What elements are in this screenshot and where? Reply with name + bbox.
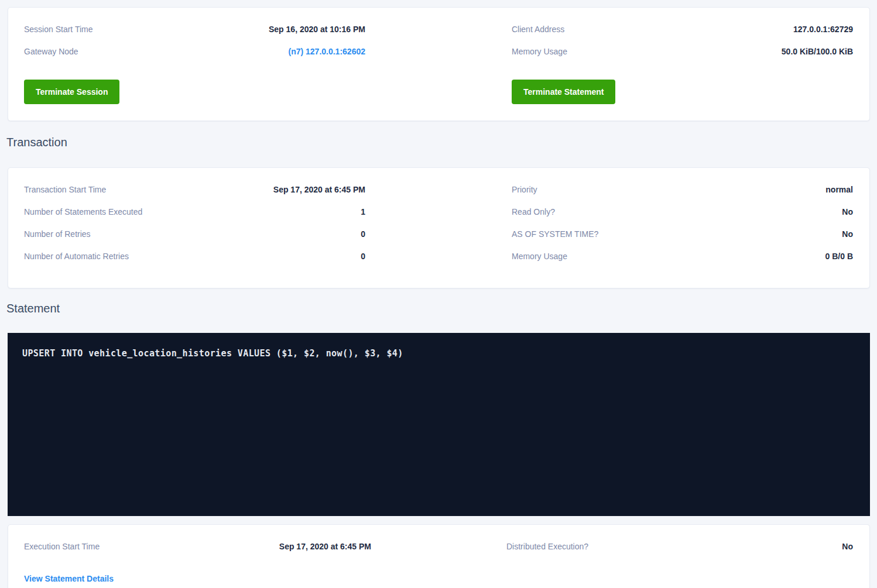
distributed-execution-value: No (842, 541, 853, 552)
execution-start-time-row: Execution Start Time Sep 17, 2020 at 6:4… (24, 541, 371, 552)
statement-sql-text: UPSERT INTO vehicle_location_histories V… (22, 348, 855, 359)
session-start-time-row: Session Start Time Sep 16, 2020 at 10:16… (24, 23, 365, 35)
terminate-statement-button[interactable]: Terminate Statement (512, 80, 615, 104)
retries-label: Number of Retries (24, 228, 91, 240)
retries-row: Number of Retries 0 (24, 228, 365, 240)
transaction-start-time-row: Transaction Start Time Sep 17, 2020 at 6… (24, 184, 365, 195)
read-only-value: No (842, 206, 853, 218)
gateway-node-row: Gateway Node (n7) 127.0.0.1:62602 (24, 46, 365, 57)
execution-card-right-column: Distributed Execution? No (506, 541, 853, 584)
as-of-system-time-row: AS OF SYSTEM TIME? No (512, 228, 853, 240)
retries-value: 0 (361, 228, 365, 240)
transaction-memory-usage-value: 0 B/0 B (825, 250, 853, 262)
execution-start-time-value: Sep 17, 2020 at 6:45 PM (279, 541, 371, 552)
transaction-start-time-value: Sep 17, 2020 at 6:45 PM (273, 184, 365, 195)
session-summary-card: Session Start Time Sep 16, 2020 at 10:16… (8, 7, 870, 121)
priority-label: Priority (512, 184, 537, 195)
as-of-system-time-value: No (842, 228, 853, 240)
session-memory-usage-row: Memory Usage 50.0 KiB/100.0 KiB (512, 46, 853, 57)
statement-sql-box: UPSERT INTO vehicle_location_histories V… (8, 333, 870, 516)
gateway-node-label: Gateway Node (24, 46, 78, 57)
session-memory-usage-value: 50.0 KiB/100.0 KiB (782, 46, 853, 57)
transaction-summary-card: Transaction Start Time Sep 17, 2020 at 6… (8, 167, 870, 288)
execution-summary-card: Execution Start Time Sep 17, 2020 at 6:4… (8, 524, 870, 588)
client-address-value: 127.0.0.1:62729 (793, 23, 853, 35)
client-address-row: Client Address 127.0.0.1:62729 (512, 23, 853, 35)
read-only-row: Read Only? No (512, 206, 853, 218)
as-of-system-time-label: AS OF SYSTEM TIME? (512, 228, 598, 240)
statement-section-heading: Statement (6, 300, 870, 317)
session-details-page: Session Start Time Sep 16, 2020 at 10:16… (0, 0, 877, 588)
gateway-node-link[interactable]: (n7) 127.0.0.1:62602 (288, 46, 365, 57)
terminate-session-button[interactable]: Terminate Session (24, 80, 119, 104)
statements-executed-label: Number of Statements Executed (24, 206, 142, 218)
automatic-retries-row: Number of Automatic Retries 0 (24, 250, 365, 262)
statements-executed-row: Number of Statements Executed 1 (24, 206, 365, 218)
priority-value: normal (825, 184, 853, 195)
session-card-grid: Session Start Time Sep 16, 2020 at 10:16… (8, 8, 869, 121)
view-statement-details-link[interactable]: View Statement Details (24, 573, 114, 584)
execution-start-time-label: Execution Start Time (24, 541, 100, 552)
transaction-card-right-column: Priority normal Read Only? No AS OF SYST… (512, 184, 853, 262)
session-start-time-label: Session Start Time (24, 23, 93, 35)
transaction-memory-usage-label: Memory Usage (512, 250, 567, 262)
distributed-execution-label: Distributed Execution? (506, 541, 588, 552)
automatic-retries-value: 0 (361, 250, 365, 262)
statements-executed-value: 1 (361, 206, 365, 218)
automatic-retries-label: Number of Automatic Retries (24, 250, 129, 262)
session-card-left-column: Session Start Time Sep 16, 2020 at 10:16… (24, 23, 365, 104)
distributed-execution-row: Distributed Execution? No (506, 541, 853, 552)
transaction-memory-usage-row: Memory Usage 0 B/0 B (512, 250, 853, 262)
transaction-start-time-label: Transaction Start Time (24, 184, 106, 195)
session-card-right-column: Client Address 127.0.0.1:62729 Memory Us… (512, 23, 853, 104)
transaction-card-grid: Transaction Start Time Sep 17, 2020 at 6… (8, 168, 869, 288)
priority-row: Priority normal (512, 184, 853, 195)
transaction-section-heading: Transaction (6, 134, 870, 150)
client-address-label: Client Address (512, 23, 564, 35)
execution-card-grid: Execution Start Time Sep 17, 2020 at 6:4… (8, 525, 869, 588)
transaction-card-left-column: Transaction Start Time Sep 17, 2020 at 6… (24, 184, 365, 262)
read-only-label: Read Only? (512, 206, 555, 218)
session-start-time-value: Sep 16, 2020 at 10:16 PM (269, 23, 365, 35)
session-memory-usage-label: Memory Usage (512, 46, 567, 57)
execution-card-left-column: Execution Start Time Sep 17, 2020 at 6:4… (24, 541, 371, 584)
